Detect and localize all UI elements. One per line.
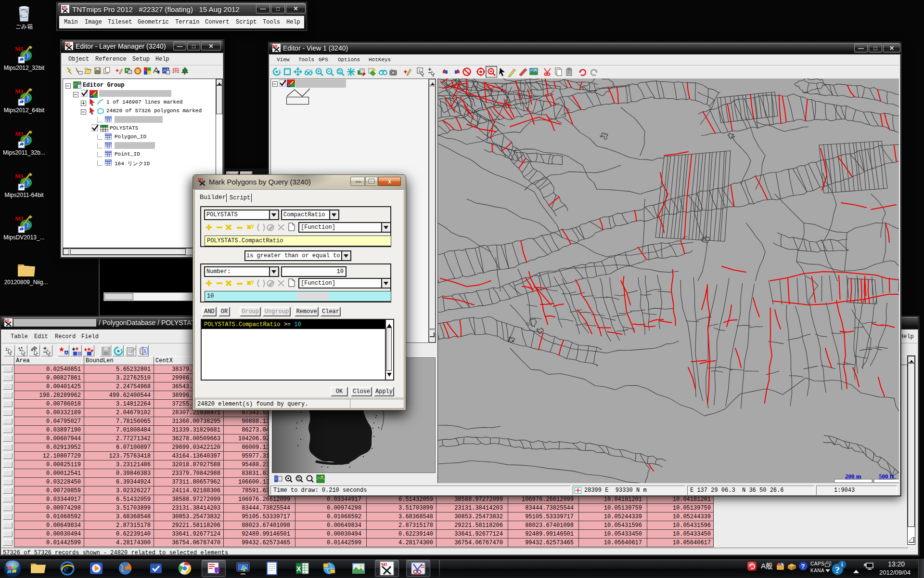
svg-text:b: b	[137, 68, 140, 74]
svg-text:MI: MI	[15, 88, 23, 95]
svg-text:?: ?	[801, 563, 805, 570]
svg-text:1: 1	[418, 69, 421, 74]
svg-text:1: 1	[143, 349, 146, 354]
svg-text:X: X	[296, 565, 301, 573]
svg-text:500 ft: 500 ft	[879, 473, 894, 480]
svg-text:MI: MI	[15, 130, 23, 137]
svg-text:MI: MI	[15, 215, 23, 222]
svg-text:MI: MI	[15, 172, 23, 180]
svg-text:MI: MI	[381, 562, 387, 567]
svg-text:y: y	[251, 279, 254, 285]
svg-text:e: e	[64, 563, 68, 574]
svg-text:y: y	[251, 223, 254, 229]
svg-text:MI: MI	[15, 45, 23, 53]
svg-text:1: 1	[5, 347, 8, 352]
svg-text:200 m: 200 m	[845, 473, 861, 480]
